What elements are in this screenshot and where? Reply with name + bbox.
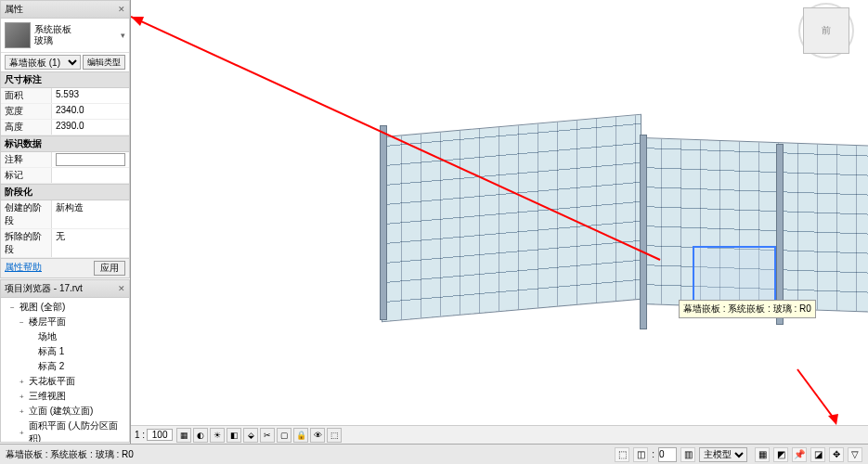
property-value[interactable]	[52, 152, 129, 167]
tree-item[interactable]: 场地	[3, 329, 127, 344]
detail-level-icon[interactable]: ▦	[176, 428, 191, 443]
type-label: 系统嵌板 玻璃	[34, 24, 117, 46]
status-bar: 幕墙嵌板 : 系统嵌板 : 玻璃 : R0 ⬚ ◫ : ▥ 主模型 ▦ ◩ 📌 …	[0, 444, 868, 464]
tree-label: 立面 (建筑立面)	[29, 405, 93, 418]
property-value[interactable]	[52, 168, 129, 183]
tree-item[interactable]: +立面 (建筑立面)	[3, 404, 127, 419]
visual-style-icon[interactable]: ◐	[193, 428, 208, 443]
property-row: 标记	[1, 168, 129, 184]
sun-path-icon[interactable]: ☀	[210, 428, 225, 443]
apply-button[interactable]: 应用	[94, 261, 125, 276]
chevron-down-icon[interactable]: ▾	[121, 31, 125, 40]
scale-input[interactable]	[147, 429, 173, 441]
shadows-icon[interactable]: ◧	[227, 428, 241, 443]
property-value[interactable]: 5.593	[52, 88, 129, 103]
rendering-icon[interactable]: ⬙	[243, 428, 258, 443]
tree-toggle-icon[interactable]: −	[19, 318, 27, 327]
tree-label: 三维视图	[29, 390, 66, 403]
filter-icon[interactable]: ▽	[848, 447, 862, 462]
tree-toggle-icon[interactable]: +	[19, 429, 27, 437]
3d-model: 幕墙嵌板 : 系统嵌板 : 玻璃 : R0	[363, 88, 868, 367]
type-preview-icon	[5, 22, 31, 48]
tree-toggle-icon[interactable]: +	[19, 378, 27, 386]
tree-item[interactable]: +面积平面 (人防分区面积)	[3, 419, 127, 443]
crop-view-icon[interactable]: ✂	[260, 428, 275, 443]
tree-toggle-icon[interactable]: +	[19, 393, 27, 401]
browser-title: 项目浏览器 - 17.rvt	[5, 282, 83, 295]
drag-elements-icon[interactable]: ✥	[829, 447, 844, 462]
select-underlay-icon[interactable]: ◩	[773, 447, 788, 462]
worksets-icon[interactable]: ⬚	[615, 447, 629, 462]
property-label: 面积	[1, 88, 52, 103]
property-value[interactable]: 2340.0	[52, 104, 129, 119]
properties-help-link[interactable]: 属性帮助	[5, 261, 42, 276]
property-row: 创建的阶段新构造	[1, 200, 129, 229]
pillar	[380, 125, 387, 320]
view-control-bar: 1 : ▦ ◐ ☀ ◧ ⬙ ✂ ▢ 🔒 👁 ⬚	[131, 425, 868, 444]
tree-toggle-icon[interactable]: +	[19, 407, 27, 416]
select-links-icon[interactable]: ▦	[755, 447, 770, 462]
property-section-header[interactable]: 尺寸标注	[1, 71, 129, 88]
tree-item[interactable]: +天花板平面	[3, 374, 127, 389]
tree-label: 视图 (全部)	[19, 301, 65, 314]
properties-panel: 属性 ✕ 系统嵌板 玻璃 ▾ 幕墙嵌板 (1) 编辑类型 尺寸标注面积5.593…	[0, 0, 130, 278]
crop-region-icon[interactable]: ▢	[277, 428, 291, 443]
property-label: 创建的阶段	[1, 200, 52, 228]
property-value[interactable]: 2390.0	[52, 120, 129, 135]
property-label: 高度	[1, 120, 52, 135]
properties-title: 属性	[5, 3, 23, 16]
3d-viewport[interactable]: 前 幕墙嵌板 : 系统嵌板 : 玻璃 : R0 1 : ▦ ◐ ☀	[130, 0, 868, 444]
tree-item[interactable]: 标高 2	[3, 359, 127, 374]
edit-type-button[interactable]: 编辑类型	[83, 55, 125, 70]
tree-toggle-icon[interactable]: −	[10, 303, 18, 312]
pillar	[640, 135, 647, 329]
select-pinned-icon[interactable]: 📌	[792, 447, 807, 462]
property-section-header[interactable]: 阶段化	[1, 184, 129, 200]
lock-view-icon[interactable]: 🔒	[293, 428, 308, 443]
design-options-icon[interactable]: ◫	[633, 447, 648, 462]
project-browser-panel: 项目浏览器 - 17.rvt ✕ −视图 (全部)−楼层平面场地标高 1标高 2…	[0, 279, 130, 443]
editable-only-icon[interactable]: ▥	[680, 447, 695, 462]
tree-item[interactable]: −楼层平面	[3, 315, 127, 329]
svg-line-2	[797, 369, 835, 419]
type-selector[interactable]: 系统嵌板 玻璃 ▾	[1, 19, 129, 52]
tree-item[interactable]: 标高 1	[3, 344, 127, 359]
property-input[interactable]	[56, 153, 125, 166]
selected-curtain-panel[interactable]	[693, 246, 776, 302]
property-row: 面积5.593	[1, 88, 129, 104]
project-tree[interactable]: −视图 (全部)−楼层平面场地标高 1标高 2+天花板平面+三维视图+立面 (建…	[1, 298, 129, 443]
tree-label: 楼层平面	[29, 316, 66, 329]
element-selector[interactable]: 幕墙嵌板 (1)	[5, 55, 81, 70]
left-panel-column: 属性 ✕ 系统嵌板 玻璃 ▾ 幕墙嵌板 (1) 编辑类型 尺寸标注面积5.593…	[0, 0, 130, 444]
property-row: 高度2390.0	[1, 120, 129, 135]
pillar	[776, 144, 784, 325]
property-row: 注释	[1, 152, 129, 168]
status-value-input[interactable]	[658, 447, 677, 462]
temp-hide-icon[interactable]: 👁	[310, 428, 325, 443]
close-icon[interactable]: ✕	[118, 5, 125, 14]
close-icon[interactable]: ✕	[118, 284, 125, 293]
property-label: 拆除的阶段	[1, 229, 52, 257]
curtain-wall-left[interactable]	[382, 114, 641, 322]
property-label: 注释	[1, 152, 52, 167]
property-value[interactable]: 无	[52, 229, 129, 257]
property-row: 拆除的阶段无	[1, 229, 129, 258]
property-section-header[interactable]: 标识数据	[1, 135, 129, 152]
tree-label: 标高 1	[38, 345, 64, 358]
properties-panel-header[interactable]: 属性 ✕	[1, 1, 129, 19]
viewcube[interactable]: 前	[803, 7, 849, 54]
tree-item[interactable]: +三维视图	[3, 389, 127, 404]
tree-label: 标高 2	[38, 360, 64, 373]
tree-label: 天花板平面	[29, 375, 75, 388]
tree-item[interactable]: −视图 (全部)	[3, 300, 127, 315]
select-face-icon[interactable]: ◪	[810, 447, 825, 462]
browser-panel-header[interactable]: 项目浏览器 - 17.rvt ✕	[1, 280, 129, 298]
property-label: 宽度	[1, 104, 52, 119]
property-value[interactable]: 新构造	[52, 200, 129, 228]
element-tooltip: 幕墙嵌板 : 系统嵌板 : 玻璃 : R0	[679, 300, 816, 318]
main-model-select[interactable]: 主模型	[699, 447, 747, 462]
reveal-hidden-icon[interactable]: ⬚	[327, 428, 342, 443]
property-label: 标记	[1, 168, 52, 183]
view-scale[interactable]: 1 :	[135, 429, 173, 441]
property-row: 宽度2340.0	[1, 104, 129, 120]
